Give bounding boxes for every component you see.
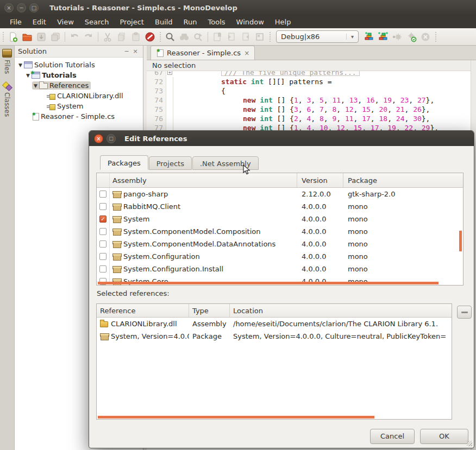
menu-file[interactable]: File — [4, 16, 27, 28]
header-assembly[interactable]: Assembly — [110, 173, 297, 187]
selected-references-table[interactable]: Reference Type Location CLARIONLibrary.d… — [96, 303, 452, 420]
checkbox-unchecked[interactable] — [99, 191, 107, 198]
toolbar-grip[interactable] — [434, 32, 437, 42]
new-file-button[interactable] — [6, 30, 20, 43]
package-row-system-componentmodel-composition[interactable]: System.ComponentModel.Composition4.0.0.0… — [97, 225, 463, 238]
bookmark-toggle-button[interactable] — [210, 30, 224, 43]
redo-button[interactable] — [82, 30, 96, 43]
pad-minimize-icon[interactable]: − — [122, 47, 131, 56]
packages-vertical-scrollbar[interactable] — [459, 231, 462, 251]
tree-item-solution-tutorials[interactable]: ▼Solution Tutorials — [15, 60, 143, 70]
checkbox-unchecked[interactable] — [99, 253, 107, 260]
dock-tab-files[interactable]: Files — [2, 49, 12, 74]
fold-margin[interactable] — [166, 77, 173, 86]
header-version[interactable]: Version — [297, 173, 343, 187]
stop-button[interactable] — [143, 30, 157, 43]
menu-run[interactable]: Run — [178, 16, 203, 28]
open-button[interactable] — [20, 30, 34, 43]
collapse-arrow-icon[interactable]: ▼ — [32, 83, 39, 88]
cancel-button[interactable]: Cancel — [370, 429, 415, 444]
menu-window[interactable]: Window — [231, 16, 270, 28]
fold-margin[interactable] — [166, 86, 173, 96]
package-row-system[interactable]: ✓System4.0.0.0mono — [97, 213, 463, 225]
window-minimize-icon[interactable]: − — [17, 3, 26, 12]
packages-table[interactable]: Assembly Version Package pango-sharp2.12… — [96, 173, 464, 286]
find-in-files-button[interactable] — [177, 30, 191, 43]
fold-margin[interactable] — [166, 105, 173, 114]
build-button[interactable] — [362, 30, 376, 43]
breadcrumb[interactable]: No selection — [147, 60, 476, 71]
paste-button[interactable] — [129, 30, 143, 43]
selected-reference-row-system-version-4-0-0[interactable]: System, Version=4.0.0PackageSystem, Vers… — [97, 330, 452, 343]
checkbox-unchecked[interactable] — [99, 265, 107, 272]
window-maximize-icon[interactable]: □ — [29, 3, 39, 12]
header-package[interactable]: Package — [343, 173, 463, 187]
menu-help[interactable]: Help — [270, 16, 297, 28]
menu-tools[interactable]: Tools — [203, 16, 231, 28]
toolbar-grip[interactable] — [268, 32, 272, 42]
stop-process-button[interactable] — [418, 30, 433, 43]
save-button[interactable] — [34, 30, 48, 43]
dialog-tab-packages[interactable]: Packages — [100, 155, 148, 170]
toolbar-grip[interactable] — [158, 32, 162, 42]
checkbox-unchecked[interactable] — [99, 228, 107, 235]
toolbar-grip[interactable] — [1, 32, 5, 42]
selected-horizontal-scrollbar[interactable] — [98, 416, 374, 419]
folded-comment[interactable]: /// The five unique patterns... — [221, 71, 360, 76]
bookmark-clear-button[interactable] — [253, 30, 267, 43]
packages-horizontal-scrollbar[interactable] — [98, 282, 439, 284]
window-close-icon[interactable]: × — [4, 3, 14, 12]
configuration-selector[interactable]: Debug|x86 ▾ — [276, 30, 359, 43]
chevron-down-icon: ▾ — [346, 34, 358, 40]
package-row-system-configuration[interactable]: System.Configuration4.0.0.0mono — [97, 250, 463, 263]
menu-edit[interactable]: Edit — [27, 16, 52, 28]
cut-button[interactable] — [101, 30, 115, 43]
remove-reference-button[interactable] — [457, 306, 472, 319]
run-with-button[interactable] — [404, 30, 418, 43]
tab-close-icon[interactable]: × — [244, 49, 249, 57]
checkbox-unchecked[interactable] — [99, 240, 107, 248]
find-replace-button[interactable] — [191, 30, 205, 43]
header-location[interactable]: Location — [230, 304, 452, 317]
dock-tab-classes[interactable]: Classes — [2, 81, 12, 117]
fold-expand-icon[interactable]: + — [167, 71, 172, 75]
collapse-arrow-icon[interactable]: ▼ — [17, 62, 24, 68]
menu-build[interactable]: Build — [149, 16, 178, 28]
line-number: 76 — [147, 114, 166, 123]
menu-project[interactable]: Project — [114, 16, 149, 28]
header-reference[interactable]: Reference — [97, 304, 189, 317]
save-all-button[interactable] — [48, 30, 62, 43]
fold-margin[interactable]: + — [166, 71, 173, 77]
checkbox-checked[interactable]: ✓ — [99, 216, 107, 223]
header-type[interactable]: Type — [189, 304, 230, 317]
bookmark-next-button[interactable] — [239, 30, 253, 43]
selected-reference-row-clarionlibrary-dll[interactable]: CLARIONLibrary.dllAssembly/home/eseiti/D… — [97, 318, 452, 330]
dialog-maximize-icon[interactable]: □ — [107, 134, 116, 143]
tree-item-tutorials[interactable]: ▼Tutorials — [15, 70, 143, 80]
checkbox-unchecked[interactable] — [99, 203, 107, 210]
search-button[interactable] — [163, 30, 177, 43]
tree-item-system[interactable]: System — [15, 101, 143, 111]
resize-grip[interactable] — [467, 441, 472, 446]
tree-item-clarionlibrary-dll[interactable]: CLARIONLibrary.dll — [15, 91, 143, 101]
copy-button[interactable] — [115, 30, 129, 43]
dialog-close-icon[interactable]: × — [94, 134, 103, 143]
dialog-tab-projects[interactable]: Projects — [149, 156, 192, 170]
undo-button[interactable] — [67, 30, 82, 43]
package-row-rabbitmq-client[interactable]: RabbitMQ.Client4.0.0.0mono — [97, 200, 463, 213]
bookmark-prev-button[interactable] — [224, 30, 239, 43]
ok-button[interactable]: OK — [420, 429, 468, 444]
deploy-button[interactable] — [390, 30, 404, 43]
tree-item-references[interactable]: ▼References — [15, 80, 143, 91]
package-row-pango-sharp[interactable]: pango-sharp2.12.0.0gtk-sharp-2.0 — [97, 188, 463, 200]
fold-margin[interactable] — [166, 96, 173, 105]
menu-search[interactable]: Search — [79, 16, 115, 28]
rebuild-all-button[interactable] — [376, 30, 390, 43]
package-row-system-componentmodel-dataannotations[interactable]: System.ComponentModel.DataAnnotations4.0… — [97, 238, 463, 250]
editor-tab-active[interactable]: Reasoner - Simple.cs × — [151, 46, 255, 60]
fold-margin[interactable] — [166, 114, 173, 123]
menu-view[interactable]: View — [52, 16, 79, 28]
tree-item-reasoner-simple-cs[interactable]: Reasoner - Simple.cs — [15, 111, 143, 122]
pad-close-icon[interactable]: × — [131, 47, 140, 56]
package-row-system-configuration-install[interactable]: System.Configuration.Install4.0.0.0mono — [97, 263, 463, 275]
